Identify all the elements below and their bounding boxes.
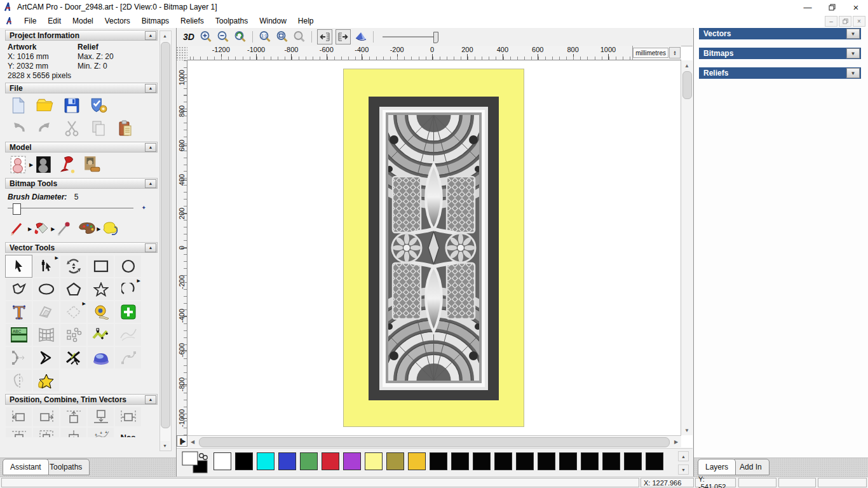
new-model-icon[interactable] xyxy=(9,96,28,115)
arrow-chevron-icon[interactable] xyxy=(33,347,59,369)
canvas-horizontal-scrollbar[interactable]: ◀ ▶ xyxy=(187,435,681,447)
menu-item[interactable]: File xyxy=(18,15,42,27)
ruler-toggle-button[interactable]: ▐▶ xyxy=(177,435,187,447)
collapse-icon[interactable]: ▲ xyxy=(145,31,156,40)
zoom-1to1-icon[interactable]: 1:1 xyxy=(258,30,272,44)
fade-bitmap-left-icon[interactable] xyxy=(317,29,332,44)
palette-swatch[interactable] xyxy=(581,452,599,470)
primary-secondary-colour-icon[interactable] xyxy=(180,451,210,475)
centre-in-page-icon[interactable] xyxy=(6,428,32,437)
fade-slider[interactable] xyxy=(383,30,441,43)
palette-swatch[interactable] xyxy=(214,452,231,470)
palette-swatch[interactable] xyxy=(602,452,620,470)
palette-swatch[interactable] xyxy=(559,452,577,470)
wrap-star-icon[interactable] xyxy=(33,370,59,391)
palette-swatch[interactable] xyxy=(300,452,318,470)
canvas-vertical-scrollbar[interactable]: ▲ ▼ xyxy=(681,60,693,435)
scroll-up-icon[interactable]: ▲ xyxy=(678,451,689,461)
fade-bitmap-right-icon[interactable] xyxy=(336,29,351,44)
units-dropdown-icon[interactable]: ▲▼ xyxy=(669,47,681,58)
palette-swatch[interactable] xyxy=(451,452,469,470)
palette-swatch[interactable] xyxy=(278,452,296,470)
collapse-icon[interactable]: ▲ xyxy=(145,243,156,252)
section-header-file[interactable]: File ▲ xyxy=(5,83,158,93)
open-model-icon[interactable] xyxy=(36,96,55,115)
menu-item[interactable]: Edit xyxy=(42,15,67,27)
section-header-position-combine-trim[interactable]: Position, Combine, Trim Vectors ▲ xyxy=(5,394,158,405)
collapse-icon[interactable]: ▲ xyxy=(145,143,156,152)
section-header-bitmap-tools[interactable]: Bitmap Tools ▲ xyxy=(5,178,158,189)
create-polygon-icon[interactable] xyxy=(60,278,86,300)
palette-swatch[interactable] xyxy=(408,452,426,470)
scroll-down-icon[interactable]: ▼ xyxy=(682,425,692,435)
scroll-up-icon[interactable]: ▲ xyxy=(160,31,170,41)
expand-icon[interactable]: ▼ xyxy=(846,68,860,78)
palette-swatch[interactable] xyxy=(257,452,275,470)
menu-item[interactable]: Window xyxy=(254,15,292,27)
palette-swatch[interactable] xyxy=(386,452,404,470)
redo-icon[interactable] xyxy=(36,119,55,138)
section-header-project-information[interactable]: Project Information ▲ xyxy=(5,30,158,41)
palette-swatch[interactable] xyxy=(516,452,534,470)
create-star-icon[interactable] xyxy=(88,278,114,300)
brush-diameter-slider[interactable]: ✦ xyxy=(8,203,151,214)
envelope-distortion-icon[interactable] xyxy=(33,324,59,346)
menu-item[interactable]: Model xyxy=(67,15,99,27)
collapse-icon[interactable]: ▲ xyxy=(145,84,156,93)
assistant-scrollbar[interactable]: ▲ ▼ xyxy=(159,30,172,451)
palette-swatch[interactable] xyxy=(494,452,512,470)
model-properties-icon[interactable] xyxy=(89,96,108,115)
expand-icon[interactable]: ▼ xyxy=(846,48,860,58)
palette-swatch[interactable] xyxy=(322,452,339,470)
units-value[interactable]: millimetres xyxy=(633,48,668,58)
scroll-right-icon[interactable]: ▶ xyxy=(671,437,681,447)
palette-swatch[interactable] xyxy=(430,452,447,470)
offset-vectors-icon[interactable] xyxy=(33,301,59,323)
node-editing-icon[interactable]: ▶ xyxy=(33,255,59,277)
scroll-thumb[interactable] xyxy=(161,42,170,428)
fit-arcs-icon[interactable] xyxy=(88,324,114,346)
drawing-canvas[interactable] xyxy=(187,60,681,435)
create-circle-icon[interactable] xyxy=(115,255,141,277)
align-centre-icon[interactable] xyxy=(60,428,86,437)
block-paste-icon[interactable] xyxy=(60,324,86,346)
align-left-icon[interactable] xyxy=(6,407,32,426)
greyscale-from-relief-icon[interactable] xyxy=(9,155,28,174)
palette-scrollbar[interactable]: ▲ ▼ xyxy=(678,451,689,475)
align-centre-x-icon[interactable] xyxy=(115,407,141,426)
fillet-arcs-icon[interactable] xyxy=(6,347,32,369)
zoom-out-icon[interactable] xyxy=(216,30,230,44)
section-header-vector-tools[interactable]: Vector Tools ▲ xyxy=(5,242,158,253)
fade-slider-handle-icon[interactable] xyxy=(433,32,438,43)
invert-greyscale-icon[interactable] xyxy=(34,155,53,174)
create-ellipse-icon[interactable] xyxy=(33,278,59,300)
paste-along-curve-icon[interactable]: +++ xyxy=(88,428,114,437)
zoom-previous-icon[interactable] xyxy=(233,30,247,44)
palette-swatch[interactable] xyxy=(365,452,383,470)
flood-fill-icon[interactable] xyxy=(32,219,51,238)
centre-in-page-2-icon[interactable] xyxy=(33,428,59,437)
menu-item[interactable]: Reliefs xyxy=(175,15,210,27)
create-arc-icon[interactable]: ▶ xyxy=(115,278,141,300)
scroll-thumb[interactable] xyxy=(199,437,670,447)
tab-add-in[interactable]: Add In xyxy=(732,459,770,475)
3d-view-button[interactable]: 3D xyxy=(182,30,196,44)
flood-fill-tolerance-icon[interactable] xyxy=(100,219,119,238)
tab-assistant[interactable]: Assistant xyxy=(3,459,49,475)
section-header-model[interactable]: Model ▲ xyxy=(5,142,158,152)
restore-icon[interactable] xyxy=(820,0,844,14)
palette-swatch[interactable] xyxy=(235,452,253,470)
free-relief-distortion-icon[interactable] xyxy=(115,324,141,346)
create-polyline-icon[interactable] xyxy=(6,278,32,300)
align-bottom-icon[interactable] xyxy=(88,407,114,426)
pick-colour-icon[interactable] xyxy=(55,219,74,238)
texture-relief-icon[interactable] xyxy=(83,155,102,174)
nested-nodes-icon[interactable] xyxy=(115,347,141,369)
zoom-fit-icon[interactable] xyxy=(275,30,289,44)
vector-outline-icon[interactable]: ▶ xyxy=(60,301,86,323)
scroll-down-icon[interactable]: ▼ xyxy=(678,464,689,475)
cut-icon[interactable] xyxy=(62,119,81,138)
measure-icon[interactable] xyxy=(88,301,114,323)
palette-swatch[interactable] xyxy=(343,452,361,470)
select-vectors-icon[interactable] xyxy=(5,255,32,278)
